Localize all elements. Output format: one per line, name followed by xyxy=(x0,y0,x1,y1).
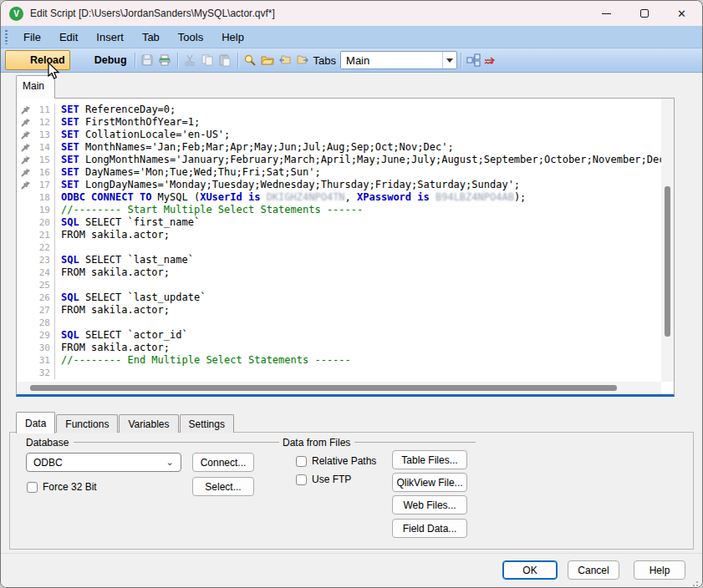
line-number: 23 xyxy=(33,254,55,266)
paste-icon[interactable] xyxy=(217,53,233,68)
line-text: SET MonthNames='Jan;Feb;Mar;Apr;May;Jun;… xyxy=(55,141,454,154)
select-button[interactable]: Select... xyxy=(192,477,254,496)
use-ftp-checkbox[interactable]: Use FTP xyxy=(296,474,351,485)
line-text: FROM sakila.actor; xyxy=(55,304,170,317)
menubar-grip[interactable] xyxy=(5,30,8,44)
gutter-cell xyxy=(17,241,33,254)
help-button[interactable]: Help xyxy=(634,560,685,580)
window-title: Edit Script [D:\Users\JordanSanders\MySQ… xyxy=(30,8,275,19)
code-line: 26SQL SELECT `last_update` xyxy=(17,291,661,304)
line-text xyxy=(55,317,61,329)
menu-tools[interactable]: Tools xyxy=(169,28,212,47)
line-number: 21 xyxy=(33,229,55,241)
copy-icon[interactable] xyxy=(200,53,216,68)
minimize-button[interactable] xyxy=(588,1,625,26)
line-text: //-------- End Multiple Select Statement… xyxy=(55,354,351,367)
gutter-cell xyxy=(17,191,33,204)
line-text xyxy=(55,367,61,379)
code-line: 25 xyxy=(17,279,661,291)
close-button[interactable]: ✕ xyxy=(663,1,700,26)
gutter-mark-icon[interactable] xyxy=(17,154,33,166)
ok-button[interactable]: OK xyxy=(502,560,558,580)
line-number: 20 xyxy=(33,216,55,229)
database-group-label: Database xyxy=(26,437,69,449)
tab-selector-value: Main xyxy=(341,54,442,67)
horizontal-scrollbar[interactable] xyxy=(17,382,661,394)
gutter-mark-icon[interactable] xyxy=(17,116,33,129)
gutter-cell xyxy=(17,354,33,367)
line-text: FROM sakila.actor; xyxy=(55,229,170,241)
line-number: 19 xyxy=(33,204,55,216)
code-line: 16SET DayNames='Mon;Tue;Wed;Thu;Fri;Sat;… xyxy=(17,166,661,179)
line-text xyxy=(55,279,61,291)
menu-insert[interactable]: Insert xyxy=(87,28,133,47)
gutter-cell xyxy=(17,279,33,291)
gutter-mark-icon[interactable] xyxy=(17,166,33,179)
menu-tab[interactable]: Tab xyxy=(133,28,169,47)
connect-button[interactable]: Connect... xyxy=(192,453,254,472)
cut-icon[interactable] xyxy=(182,53,198,68)
table-viewer-icon[interactable] xyxy=(466,53,481,68)
tool-pane-frame: Database ODBC ⌄ Connect... Force 32 Bit … xyxy=(9,432,694,550)
maximize-button[interactable] xyxy=(625,1,663,26)
line-text xyxy=(55,241,61,254)
tab-variables[interactable]: Variables xyxy=(119,414,178,433)
line-text: SET FirstMonthOfYear=1; xyxy=(55,116,200,129)
open-file-icon[interactable] xyxy=(260,53,276,68)
minimize-icon xyxy=(602,13,611,14)
gutter-cell xyxy=(17,304,33,317)
line-text: SQL SELECT `first_name` xyxy=(55,216,200,229)
toolbar: Reload Debug Tabs Main xyxy=(1,48,702,73)
vertical-scrollbar[interactable] xyxy=(661,99,674,382)
reload-icon xyxy=(11,53,27,68)
code-line: 15SET LongMonthNames='January;February;M… xyxy=(17,154,661,166)
gutter-mark-icon[interactable] xyxy=(17,129,33,141)
relative-paths-checkbox[interactable]: Relative Paths xyxy=(296,455,376,467)
script-editor[interactable]: 11SET ReferenceDay=0;12SET FirstMonthOfY… xyxy=(17,99,661,382)
code-line: 12SET FirstMonthOfYear=1; xyxy=(17,116,661,129)
web-files-button[interactable]: Web Files... xyxy=(392,495,467,514)
save-icon[interactable] xyxy=(140,53,155,68)
prev-tab-icon[interactable] xyxy=(278,53,293,68)
gutter-mark-icon[interactable] xyxy=(17,141,33,154)
tab-data[interactable]: Data xyxy=(16,412,55,433)
table-files-button[interactable]: Table Files... xyxy=(392,450,467,469)
gutter-cell xyxy=(17,291,33,304)
script-editor-frame: 11SET ReferenceDay=0;12SET FirstMonthOfY… xyxy=(16,98,675,397)
vertical-scrollbar-thumb[interactable] xyxy=(665,186,670,337)
next-tab-icon[interactable] xyxy=(295,53,311,68)
resize-grip[interactable] xyxy=(696,581,698,583)
force-32bit-checkbox[interactable]: Force 32 Bit xyxy=(27,481,97,493)
print-icon[interactable] xyxy=(157,53,173,68)
database-combobox[interactable]: ODBC ⌄ xyxy=(26,453,181,472)
tab-selector-combobox[interactable]: Main xyxy=(340,51,457,69)
tab-functions[interactable]: Functions xyxy=(56,414,118,433)
line-text: SQL SELECT `last_update` xyxy=(55,291,206,304)
qlikview-file-button[interactable]: QlikView File... xyxy=(392,473,467,492)
gutter-mark-icon[interactable] xyxy=(17,179,33,191)
gutter-mark-icon[interactable] xyxy=(17,104,33,116)
line-number: 30 xyxy=(33,342,55,354)
menubar: FileEditInsertTabToolsHelp xyxy=(1,26,702,48)
debug-button[interactable]: Debug xyxy=(70,51,131,69)
line-number: 15 xyxy=(33,154,55,166)
checkbox-icon xyxy=(296,474,307,485)
cancel-button[interactable]: Cancel xyxy=(568,560,619,580)
force-32bit-label: Force 32 Bit xyxy=(43,481,97,493)
code-line: 14SET MonthNames='Jan;Feb;Mar;Apr;May;Ju… xyxy=(17,141,661,154)
code-line: 24FROM sakila.actor; xyxy=(17,266,661,279)
tab-settings[interactable]: Settings xyxy=(180,414,234,433)
line-number: 25 xyxy=(33,279,55,291)
code-line: 32 xyxy=(17,367,661,379)
field-data-button[interactable]: Field Data... xyxy=(392,519,467,538)
qlikview-app-icon: V xyxy=(9,7,23,21)
menu-help[interactable]: Help xyxy=(212,28,253,47)
chevron-down-icon[interactable] xyxy=(442,52,456,68)
tabs-label: Tabs xyxy=(313,54,336,67)
data-from-files-group-label: Data from Files xyxy=(283,437,350,449)
menu-edit[interactable]: Edit xyxy=(50,28,87,47)
horizontal-scrollbar-thumb[interactable] xyxy=(30,385,617,391)
syntax-check-icon[interactable] xyxy=(483,53,499,68)
menu-file[interactable]: File xyxy=(14,28,50,47)
find-icon[interactable] xyxy=(242,53,258,68)
